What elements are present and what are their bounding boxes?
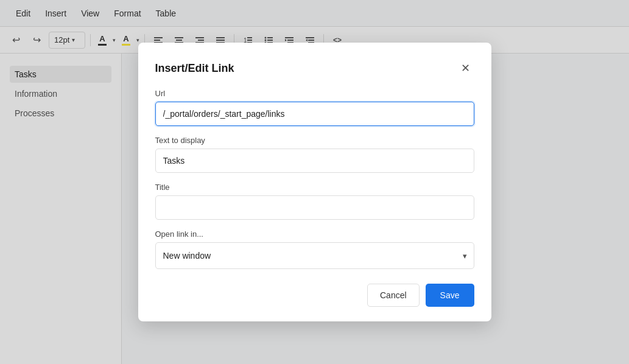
cancel-button[interactable]: Cancel	[367, 284, 420, 307]
dialog-footer: Cancel Save	[155, 284, 474, 307]
open-in-label: Open link in...	[155, 229, 474, 239]
url-input[interactable]	[155, 102, 474, 126]
open-in-select-wrapper: New window Same window ▾	[155, 242, 474, 269]
url-label: Url	[155, 89, 474, 98]
save-button[interactable]: Save	[426, 284, 474, 307]
title-input[interactable]	[155, 195, 474, 220]
text-display-field-group: Text to display	[155, 136, 474, 173]
dialog-title: Insert/Edit Link	[155, 62, 234, 75]
text-display-label: Text to display	[155, 136, 474, 145]
open-in-field-group: Open link in... New window Same window ▾	[155, 229, 474, 269]
dialog-header: Insert/Edit Link ✕	[155, 60, 474, 77]
url-field-group: Url	[155, 89, 474, 126]
title-label: Title	[155, 183, 474, 192]
title-field-group: Title	[155, 183, 474, 220]
modal-overlay: Insert/Edit Link ✕ Url Text to display T…	[0, 0, 629, 364]
text-display-input[interactable]	[155, 149, 474, 173]
dialog-close-button[interactable]: ✕	[457, 60, 474, 77]
dialog: Insert/Edit Link ✕ Url Text to display T…	[138, 43, 491, 321]
open-in-select[interactable]: New window Same window	[155, 242, 474, 269]
